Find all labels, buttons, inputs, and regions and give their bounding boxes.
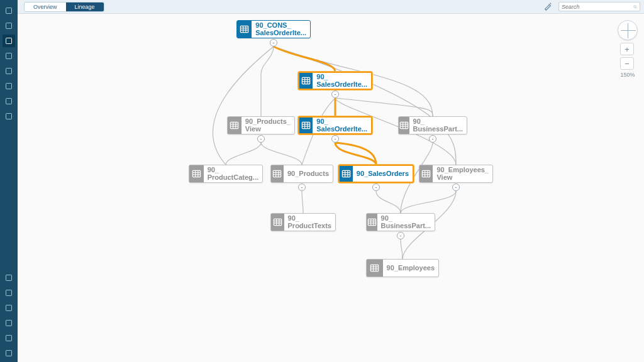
sidebar-user[interactable]: [3, 317, 15, 329]
svg-rect-5: [6, 84, 12, 89]
left-sidebar: [0, 0, 18, 362]
svg-line-15: [636, 7, 637, 8]
table-icon: [367, 260, 383, 277]
collapse-toggle-soi2[interactable]: -: [331, 135, 339, 143]
table-icon: [367, 214, 377, 231]
collapse-toggle-prodv[interactable]: -: [257, 135, 265, 143]
svg-rect-3: [6, 53, 12, 59]
collapse-toggle-empv[interactable]: -: [452, 184, 460, 191]
svg-rect-10: [6, 305, 12, 311]
svg-rect-9: [6, 290, 12, 296]
svg-rect-11: [6, 321, 12, 326]
svg-rect-31: [303, 122, 310, 128]
sidebar-people[interactable]: [3, 35, 15, 47]
tab-switcher: OverviewLineage: [24, 2, 104, 12]
svg-rect-12: [6, 336, 12, 341]
collapse-toggle-prods[interactable]: -: [298, 184, 306, 191]
search-input[interactable]: [562, 4, 633, 10]
collapse-toggle-sorders[interactable]: -: [372, 184, 380, 191]
collapse-toggle-soi1[interactable]: -: [331, 90, 339, 98]
search-box[interactable]: [558, 2, 640, 11]
collapse-toggle-cons[interactable]: -: [270, 39, 277, 47]
svg-rect-51: [342, 170, 350, 177]
collapse-toggle-bpart2[interactable]: -: [397, 232, 404, 239]
node-label: 90_ BusinessPart...: [409, 117, 467, 134]
svg-rect-16: [241, 26, 248, 32]
node-label: 90_Products_ View: [242, 117, 294, 134]
edges-layer: [18, 14, 644, 362]
table-icon: [419, 165, 433, 182]
sidebar-gear2[interactable]: [3, 80, 15, 92]
zoom-controls: + − 150%: [620, 43, 635, 78]
table-icon: [189, 165, 204, 182]
svg-rect-61: [274, 219, 281, 225]
node-label: 90_ SalesOrderIte...: [313, 118, 371, 133]
top-bar: OverviewLineage: [18, 0, 644, 14]
node-soi1[interactable]: 90_ SalesOrderIte...: [298, 72, 372, 90]
sidebar-cart[interactable]: [3, 272, 15, 284]
node-emp[interactable]: 90_Employees: [366, 259, 439, 277]
node-label: 90_Employees_ View: [433, 165, 492, 182]
table-icon: [340, 166, 353, 182]
node-label: 90_Employees: [383, 260, 438, 277]
sidebar-help[interactable]: [3, 332, 15, 344]
svg-rect-71: [371, 265, 379, 271]
node-bpart2[interactable]: 90_ BusinessPart...: [366, 213, 435, 231]
sidebar-gear[interactable]: [3, 302, 15, 314]
zoom-level: 150%: [620, 72, 635, 78]
node-empv[interactable]: 90_Employees_ View: [419, 165, 493, 183]
svg-rect-2: [6, 38, 12, 44]
search-icon: [633, 4, 637, 10]
node-pcat[interactable]: 90_ ProductCateg...: [189, 165, 263, 183]
svg-rect-26: [231, 122, 238, 128]
node-cons[interactable]: 90_CONS_ SalesOrderIte...: [236, 20, 311, 38]
node-label: 90_ BusinessPart...: [377, 214, 435, 231]
svg-rect-6: [6, 99, 12, 104]
collapse-toggle-bpart1[interactable]: -: [429, 135, 436, 143]
node-prodv[interactable]: 90_Products_ View: [227, 116, 295, 134]
node-soi2[interactable]: 90_ SalesOrderIte...: [298, 116, 372, 134]
node-label: 90_ SalesOrderIte...: [313, 73, 371, 89]
svg-rect-4: [6, 69, 12, 74]
node-prods[interactable]: 90_Products: [270, 165, 333, 183]
zoom-out-button[interactable]: −: [620, 57, 634, 70]
sidebar-info[interactable]: [3, 347, 15, 359]
table-icon: [271, 165, 284, 182]
svg-rect-66: [368, 219, 375, 225]
svg-rect-56: [423, 170, 430, 177]
sidebar-home[interactable]: [3, 4, 15, 17]
table-icon: [271, 214, 284, 231]
svg-rect-46: [274, 170, 281, 177]
node-bpart1[interactable]: 90_ BusinessPart...: [398, 116, 467, 134]
node-sorders[interactable]: 90_SalesOrders: [338, 165, 414, 183]
sidebar-admin[interactable]: [3, 287, 15, 299]
svg-rect-0: [6, 8, 12, 14]
sidebar-export[interactable]: [3, 110, 15, 123]
zoom-in-button[interactable]: +: [620, 43, 634, 55]
svg-rect-13: [6, 351, 12, 356]
lineage-canvas[interactable]: 90_CONS_ SalesOrderIte...90_ SalesOrderI…: [18, 14, 644, 362]
svg-rect-7: [6, 114, 12, 119]
svg-rect-1: [6, 23, 12, 29]
pan-control[interactable]: [618, 20, 638, 40]
node-label: 90_ ProductCateg...: [204, 165, 262, 182]
svg-rect-8: [6, 275, 12, 281]
node-ptexts[interactable]: 90_ ProductTexts: [270, 213, 336, 231]
svg-rect-41: [192, 170, 200, 177]
sidebar-monitor[interactable]: [3, 50, 15, 62]
sidebar-cube[interactable]: [3, 19, 15, 32]
node-label: 90_ ProductTexts: [284, 214, 335, 231]
svg-point-14: [634, 5, 636, 7]
table-icon: [399, 117, 409, 134]
node-label: 90_CONS_ SalesOrderIte...: [252, 21, 310, 38]
magic-wand-icon[interactable]: [543, 2, 553, 12]
node-label: 90_Products: [284, 165, 333, 182]
table-icon: [299, 118, 313, 133]
svg-rect-36: [400, 122, 408, 128]
tab-overview[interactable]: Overview: [25, 3, 66, 11]
sidebar-chart[interactable]: [3, 95, 15, 107]
sidebar-link[interactable]: [3, 65, 15, 77]
table-icon: [299, 73, 313, 89]
tab-lineage[interactable]: Lineage: [66, 3, 104, 11]
table-icon: [237, 21, 252, 38]
